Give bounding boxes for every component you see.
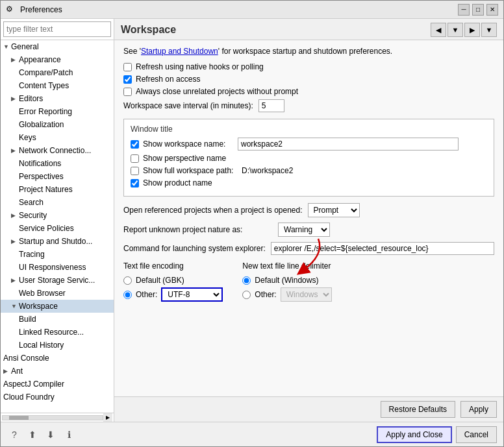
encoding-section: Text file encoding Default (GBK) Other: … xyxy=(123,261,223,302)
startup-shutdown-link[interactable]: Startup and Shutdown xyxy=(141,47,218,56)
close-unrelated-checkbox[interactable] xyxy=(123,88,132,96)
sidebar-item-workspace[interactable]: ▼ Workspace xyxy=(1,300,114,313)
sidebar-item-error-reporting[interactable]: Error Reporting xyxy=(1,105,114,118)
back-button[interactable]: ◀ xyxy=(431,23,446,37)
encoding-default-radio[interactable] xyxy=(123,276,132,285)
sidebar-item-ant[interactable]: ▶ Ant xyxy=(1,365,114,378)
export-icon[interactable]: ⬆ xyxy=(25,428,40,442)
close-unrelated-row: Always close unrelated projects without … xyxy=(123,87,494,96)
encoding-other-radio[interactable] xyxy=(123,291,132,299)
dropdown2-button[interactable]: ▼ xyxy=(481,23,497,37)
sidebar-item-security[interactable]: ▶ Security xyxy=(1,209,114,222)
report-unknown-select[interactable]: Warning Error Ignore xyxy=(278,223,330,237)
sidebar-item-label: Startup and Shutdo... xyxy=(19,236,92,247)
forward-button[interactable]: ▶ xyxy=(464,23,480,37)
title-bar: ⚙ Preferences ─ □ ✕ xyxy=(1,1,503,19)
sidebar-item-compare-patch[interactable]: Compare/Patch xyxy=(1,66,114,79)
minimize-button[interactable]: ─ xyxy=(458,4,470,16)
show-full-path-row: Show full workspace path: D:\workspace2 xyxy=(131,166,487,175)
sidebar-item-label: AspectJ Compiler xyxy=(3,380,64,389)
sidebar-item-ui-responsiveness[interactable]: UI Responsiveness xyxy=(1,261,114,274)
chevron-down-icon: ▼ xyxy=(3,41,10,53)
dropdown-button[interactable]: ▼ xyxy=(447,23,463,37)
apply-button[interactable]: Apply xyxy=(460,401,497,418)
sidebar-item-label: Tracing xyxy=(19,250,45,259)
show-full-path-checkbox[interactable] xyxy=(131,167,139,175)
title-bar-controls: ─ □ ✕ xyxy=(458,4,498,16)
sidebar-item-network[interactable]: ▶ Network Connectio... xyxy=(1,144,114,157)
refresh-access-label: Refresh on access xyxy=(136,75,200,84)
sidebar-item-linked-resources[interactable]: Linked Resource... xyxy=(1,326,114,339)
sidebar-item-tracing[interactable]: Tracing xyxy=(1,248,114,261)
startup-text-before: See ' xyxy=(123,47,141,56)
save-interval-input[interactable] xyxy=(258,99,284,112)
command-row: Command for launching system explorer: xyxy=(123,242,494,255)
newline-other-radio[interactable] xyxy=(242,291,251,299)
refresh-access-row: Refresh on access xyxy=(123,75,494,84)
sidebar-item-keys[interactable]: Keys xyxy=(1,131,114,144)
filter-input-wrap xyxy=(1,19,114,40)
maximize-button[interactable]: □ xyxy=(472,4,484,16)
scroll-right-btn[interactable]: ▶ xyxy=(103,413,112,422)
open-referenced-label: Open referenced projects when a project … xyxy=(123,206,303,215)
newline-default-radio[interactable] xyxy=(242,276,251,285)
sidebar-item-aspectj[interactable]: AspectJ Compiler xyxy=(1,378,114,391)
sidebar-item-label: Ant xyxy=(11,365,23,377)
h-scrollbar[interactable] xyxy=(2,415,103,420)
encoding-other-label: Other: xyxy=(136,290,157,299)
title-bar-left: ⚙ Preferences xyxy=(6,5,62,15)
startup-text-after: ' for workspace startup and shutdown pre… xyxy=(218,47,392,56)
show-product-checkbox[interactable] xyxy=(131,179,139,187)
help-icon[interactable]: ? xyxy=(7,428,21,442)
show-workspace-name-checkbox[interactable] xyxy=(131,140,139,149)
native-hooks-checkbox[interactable] xyxy=(123,63,132,71)
sidebar-item-search[interactable]: Search xyxy=(1,196,114,209)
chevron-right-icon: ▶ xyxy=(11,93,18,104)
window-title-label: Window title xyxy=(131,125,487,134)
newline-default-row: Default (Windows) xyxy=(242,276,331,285)
restore-defaults-button[interactable]: Restore Defaults xyxy=(381,401,455,418)
sidebar-item-notifications[interactable]: Notifications xyxy=(1,157,114,170)
newline-other-select[interactable]: Windows Unix Mac xyxy=(281,287,332,302)
report-unknown-label: Report unknown project nature as: xyxy=(123,225,273,234)
refresh-access-checkbox[interactable] xyxy=(123,75,132,84)
sidebar-item-ansi-console[interactable]: Ansi Console xyxy=(1,352,114,365)
sidebar-item-cloud-foundry[interactable]: Cloud Foundry xyxy=(1,391,114,404)
sidebar-item-local-history[interactable]: Local History xyxy=(1,339,114,352)
sidebar-item-label: Ansi Console xyxy=(3,354,49,363)
open-referenced-select[interactable]: Prompt Always Never xyxy=(308,203,360,217)
main-header: Workspace ◀ ▼ ▶ ▼ xyxy=(114,19,503,40)
sidebar-item-appearance[interactable]: ▶ Appearance xyxy=(1,53,114,66)
encoding-other-row: Other: UTF-8 UTF-16 ISO-8859-1 GBK xyxy=(123,287,223,302)
newline-title: New text file line delimiter xyxy=(242,261,331,271)
cancel-button[interactable]: Cancel xyxy=(456,426,497,443)
sidebar-item-service-policies[interactable]: Service Policies xyxy=(1,222,114,235)
sidebar-horizontal-scrollbar[interactable]: ▶ xyxy=(1,413,114,422)
sidebar-item-editors[interactable]: ▶ Editors xyxy=(1,92,114,105)
workspace-name-input[interactable] xyxy=(238,138,459,151)
chevron-right-icon: ▶ xyxy=(11,145,18,156)
content-area: ▼ General ▶ Appearance Compare/Patch Con… xyxy=(1,19,503,422)
sidebar-item-globalization[interactable]: Globalization xyxy=(1,118,114,131)
encoding-other-select[interactable]: UTF-8 UTF-16 ISO-8859-1 GBK xyxy=(161,287,223,302)
sidebar-item-user-storage[interactable]: ▶ User Storage Servic... xyxy=(1,274,114,287)
apply-close-button[interactable]: Apply and Close xyxy=(377,426,451,443)
import-icon[interactable]: ⬇ xyxy=(44,428,58,442)
sidebar-item-label: Project Natures xyxy=(19,185,73,194)
sidebar-item-startup-shutdown[interactable]: ▶ Startup and Shutdo... xyxy=(1,235,114,248)
info-icon[interactable]: ℹ xyxy=(62,428,76,442)
sidebar-item-label: Globalization xyxy=(19,120,64,129)
sidebar-item-content-types[interactable]: Content Types xyxy=(1,79,114,92)
filter-input[interactable] xyxy=(3,21,111,37)
show-perspective-checkbox[interactable] xyxy=(131,154,139,163)
sidebar-item-perspectives[interactable]: Perspectives xyxy=(1,170,114,183)
sidebar-item-general[interactable]: ▼ General xyxy=(1,40,114,53)
two-col-section: Text file encoding Default (GBK) Other: … xyxy=(123,261,494,302)
sidebar-item-project-natures[interactable]: Project Natures xyxy=(1,183,114,196)
sidebar-item-label: Compare/Patch xyxy=(19,68,73,77)
command-input[interactable] xyxy=(271,242,494,255)
chevron-right-icon: ▶ xyxy=(3,365,10,377)
sidebar-item-web-browser[interactable]: Web Browser xyxy=(1,287,114,300)
close-button[interactable]: ✕ xyxy=(486,4,498,16)
sidebar-item-build[interactable]: Build xyxy=(1,313,114,326)
